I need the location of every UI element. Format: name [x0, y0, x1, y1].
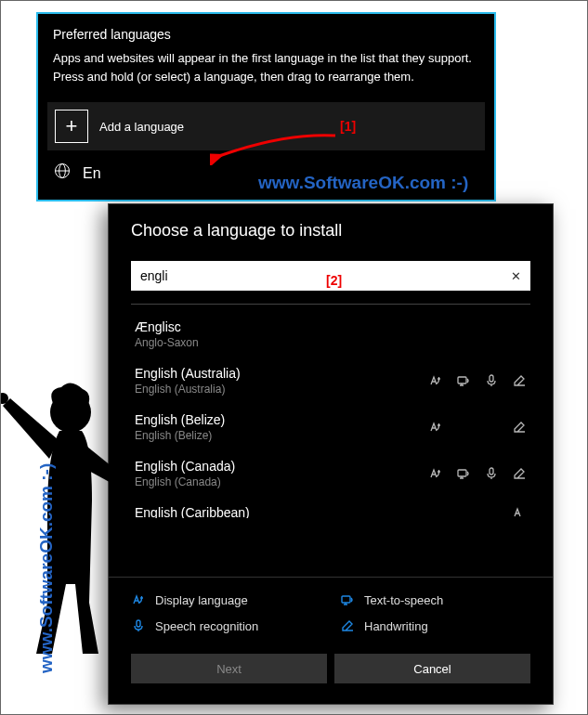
- svg-rect-6: [490, 468, 493, 474]
- search-input[interactable]: [131, 268, 501, 283]
- speech-recognition-icon: [484, 466, 499, 481]
- feature-icons: [428, 466, 527, 481]
- clear-search-button[interactable]: ✕: [501, 269, 530, 283]
- choose-language-dialog: Choose a language to install ✕ Ænglisc A…: [108, 203, 554, 705]
- feature-legend: Display language Text-to-speech Speech r…: [109, 577, 553, 644]
- display-language-icon: [428, 373, 443, 388]
- search-box: ✕: [131, 261, 530, 291]
- globe-icon: [53, 162, 72, 185]
- handwriting-icon: [512, 420, 527, 435]
- svg-point-11: [0, 393, 8, 404]
- language-list: Ænglisc Anglo-Saxon English (Australia) …: [109, 305, 553, 577]
- svg-rect-3: [458, 377, 466, 384]
- list-item[interactable]: Ænglisc Anglo-Saxon: [109, 312, 553, 358]
- cancel-button[interactable]: Cancel: [334, 654, 530, 683]
- text-to-speech-icon: [456, 373, 471, 388]
- existing-language-label: En: [83, 165, 101, 182]
- handwriting-icon: [512, 466, 527, 481]
- text-to-speech-icon: [456, 466, 471, 481]
- display-language-icon: [131, 592, 146, 607]
- add-language-label: Add a language: [99, 120, 184, 134]
- panel-heading: Preferred languages: [53, 27, 479, 42]
- legend-item: Handwriting: [340, 618, 530, 633]
- legend-item: Display language: [131, 592, 321, 607]
- dialog-header: Choose a language to install: [109, 204, 553, 250]
- svg-rect-7: [342, 596, 350, 603]
- legend-item: Speech recognition: [131, 618, 321, 633]
- display-language-icon: [512, 505, 527, 518]
- preferred-languages-panel: Preferred languages Apps and websites wi…: [36, 12, 496, 202]
- add-language-button[interactable]: + Add a language: [47, 102, 485, 150]
- existing-language-row[interactable]: En: [53, 162, 479, 185]
- dialog-title: Choose a language to install: [131, 221, 530, 240]
- speech-recognition-icon: [131, 618, 146, 633]
- next-button[interactable]: Next: [131, 654, 327, 683]
- feature-icons: [512, 505, 527, 518]
- svg-rect-4: [490, 375, 493, 382]
- list-item[interactable]: English (Belize) English (Belize): [109, 405, 553, 451]
- display-language-icon: [428, 466, 443, 481]
- panel-description: Apps and websites will appear in the fir…: [53, 49, 479, 85]
- legend-item: Text-to-speech: [340, 592, 530, 607]
- list-item[interactable]: English (Canada) English (Canada): [109, 451, 553, 498]
- feature-icons: [428, 420, 527, 435]
- handwriting-icon: [512, 373, 527, 388]
- list-item[interactable]: English (Australia) English (Australia): [109, 358, 553, 405]
- watermark: www.SoftwareOK.com :-): [36, 463, 57, 673]
- svg-rect-5: [458, 470, 466, 476]
- display-language-icon: [428, 420, 443, 435]
- speech-recognition-icon: [484, 373, 499, 388]
- dialog-buttons: Next Cancel: [109, 644, 553, 704]
- svg-point-10: [50, 392, 91, 433]
- list-item[interactable]: English (Caribbean): [109, 498, 553, 518]
- close-icon: ✕: [511, 269, 521, 283]
- handwriting-icon: [340, 618, 355, 633]
- text-to-speech-icon: [340, 592, 355, 607]
- feature-icons: [428, 373, 527, 388]
- plus-icon: +: [55, 110, 88, 143]
- svg-rect-8: [137, 620, 140, 627]
